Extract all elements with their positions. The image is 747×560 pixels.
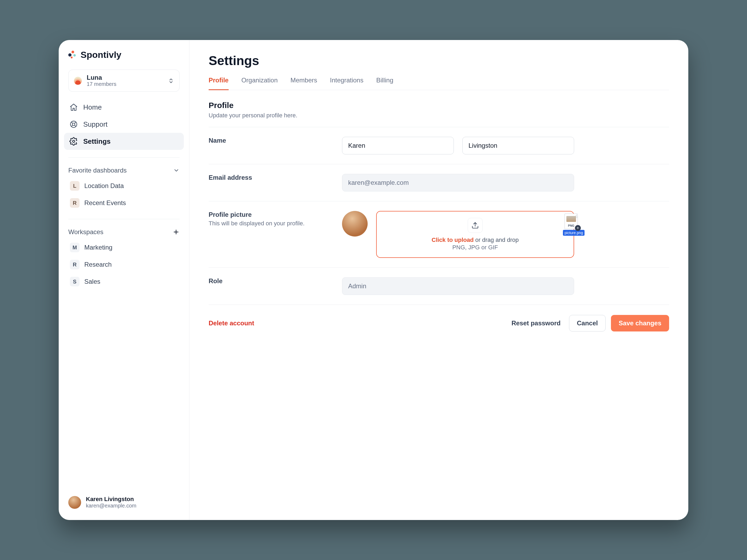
- support-icon: [69, 120, 78, 129]
- org-name: Luna: [87, 74, 163, 81]
- dragged-file[interactable]: PNG + picture.png: [563, 214, 579, 236]
- footer-user-info: Karen Livingston karen@example.com: [86, 496, 136, 509]
- favorite-badge: R: [70, 198, 79, 208]
- home-icon: [69, 103, 78, 111]
- workspace-badge: R: [70, 260, 79, 269]
- tab-organization[interactable]: Organization: [241, 77, 278, 90]
- picture-help: This will be displayed on your profile.: [209, 220, 331, 227]
- email-label: Email address: [209, 174, 331, 181]
- upload-icon: [468, 218, 483, 233]
- favorite-item-location-data[interactable]: L Location Data: [67, 177, 181, 194]
- chevron-down-icon: [173, 167, 180, 174]
- delete-account-link[interactable]: Delete account: [209, 319, 254, 327]
- sidebar-footer[interactable]: Karen Livingston karen@example.com: [59, 490, 189, 514]
- plus-icon[interactable]: [173, 229, 180, 236]
- favorite-badge: L: [70, 181, 79, 191]
- page-title: Settings: [209, 53, 669, 68]
- last-name-input[interactable]: [462, 137, 574, 154]
- click-to-upload-link[interactable]: Click to upload: [432, 237, 474, 243]
- name-row: Name: [209, 135, 669, 164]
- role-input: [342, 277, 574, 295]
- workspace-badge: S: [70, 277, 79, 286]
- workspace-item-sales[interactable]: S Sales: [67, 273, 181, 290]
- svg-point-2: [73, 140, 75, 142]
- upload-dropzone[interactable]: Click to upload or drag and drop PNG, JP…: [376, 211, 574, 258]
- svg-point-1: [72, 123, 75, 126]
- org-switcher[interactable]: Luna 17 members: [68, 70, 180, 92]
- footer-user-email: karen@example.com: [86, 503, 136, 509]
- favorite-label: Recent Events: [84, 199, 126, 207]
- name-label: Name: [209, 137, 331, 144]
- workspaces-header: Workspaces: [59, 219, 189, 239]
- workspace-item-research[interactable]: R Research: [67, 256, 181, 273]
- brand-logo-icon: [68, 51, 77, 59]
- picture-label: Profile picture: [209, 211, 331, 218]
- main-content: Settings Profile Organization Members In…: [189, 40, 688, 520]
- workspaces-title: Workspaces: [68, 228, 104, 236]
- org-members: 17 members: [87, 81, 163, 87]
- reset-password-link[interactable]: Reset password: [511, 319, 561, 327]
- nav-label: Support: [83, 120, 107, 129]
- email-input: [342, 174, 574, 191]
- favorites-list: L Location Data R Recent Events: [59, 177, 189, 211]
- tab-billing[interactable]: Billing: [376, 77, 393, 90]
- org-info: Luna 17 members: [87, 74, 163, 87]
- favorites-title: Favorite dashboards: [68, 167, 127, 174]
- workspace-badge: M: [70, 243, 79, 252]
- workspace-label: Research: [84, 261, 112, 268]
- workspaces-list: M Marketing R Research S Sales: [59, 239, 189, 290]
- workspace-item-marketing[interactable]: M Marketing: [67, 239, 181, 256]
- tab-members[interactable]: Members: [290, 77, 317, 90]
- settings-tabs: Profile Organization Members Integration…: [209, 77, 669, 90]
- brand: Spontivly: [59, 50, 189, 70]
- role-row: Role: [209, 276, 669, 305]
- role-label: Role: [209, 277, 331, 285]
- favorite-label: Location Data: [84, 182, 124, 190]
- primary-nav: Home Support Settings: [59, 99, 189, 150]
- nav-item-settings[interactable]: Settings: [64, 133, 184, 150]
- form-actions: Delete account Reset password Cancel Sav…: [209, 313, 669, 331]
- workspace-label: Marketing: [84, 244, 112, 251]
- section-subtitle: Update your personal profile here.: [209, 112, 669, 119]
- file-name-tag: picture.png: [563, 230, 585, 236]
- nav-label: Home: [83, 103, 102, 111]
- workspace-label: Sales: [84, 278, 100, 285]
- sidebar: Spontivly Luna 17 members Home Support S…: [59, 40, 189, 520]
- add-icon: +: [575, 225, 581, 231]
- first-name-input[interactable]: [342, 137, 454, 154]
- gear-icon: [69, 137, 78, 145]
- email-row: Email address: [209, 172, 669, 201]
- tab-profile[interactable]: Profile: [209, 77, 229, 90]
- footer-user-name: Karen Livingston: [86, 496, 136, 503]
- dropzone-types: PNG, JPG or GIF: [452, 244, 498, 251]
- favorite-item-recent-events[interactable]: R Recent Events: [67, 194, 181, 211]
- divider: [209, 127, 669, 127]
- cancel-button[interactable]: Cancel: [569, 315, 606, 331]
- org-avatar-icon: [74, 77, 82, 85]
- picture-row: Profile picture This will be displayed o…: [209, 209, 669, 268]
- brand-name: Spontivly: [81, 50, 121, 60]
- nav-item-support[interactable]: Support: [64, 116, 184, 133]
- nav-label: Settings: [83, 137, 111, 145]
- avatar: [68, 496, 81, 509]
- favorites-header[interactable]: Favorite dashboards: [59, 158, 189, 177]
- section-title: Profile: [209, 101, 669, 110]
- chevron-up-down-icon: [168, 78, 174, 84]
- save-changes-button[interactable]: Save changes: [611, 315, 669, 331]
- avatar: [342, 211, 368, 237]
- app-window: Spontivly Luna 17 members Home Support S…: [59, 40, 688, 520]
- tab-integrations[interactable]: Integrations: [330, 77, 363, 90]
- nav-item-home[interactable]: Home: [64, 99, 184, 116]
- dropzone-primary-text: Click to upload or drag and drop: [432, 237, 519, 243]
